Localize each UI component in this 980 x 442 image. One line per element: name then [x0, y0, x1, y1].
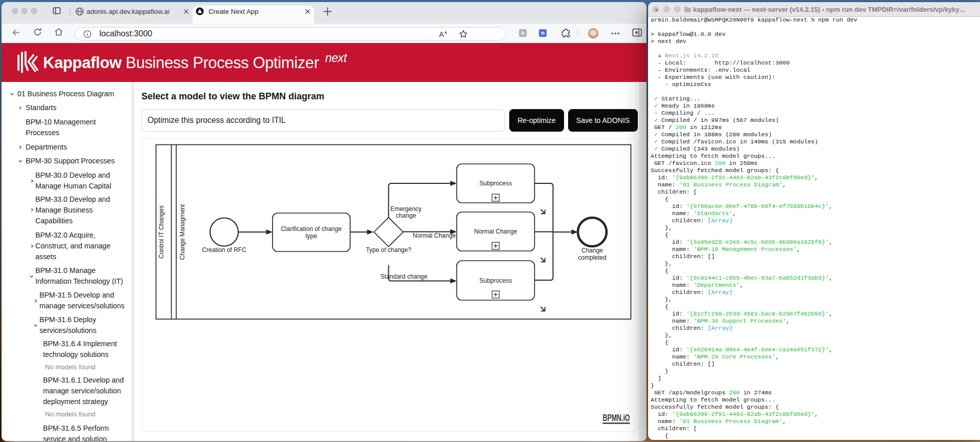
- svg-text:Clarification of change: Clarification of change: [281, 225, 342, 233]
- svg-text:Normal Change: Normal Change: [474, 228, 517, 235]
- svg-text:Creation of RFC: Creation of RFC: [202, 246, 246, 254]
- svg-text:Change Managment: Change Managment: [179, 204, 186, 260]
- svg-text:Subprocess: Subprocess: [479, 180, 512, 187]
- svg-text:Subprocess: Subprocess: [479, 277, 512, 284]
- svg-text:type: type: [305, 233, 317, 240]
- svg-text:Change: Change: [581, 247, 603, 254]
- svg-text:Standard change: Standard change: [381, 273, 428, 280]
- svg-text:change: change: [396, 212, 416, 219]
- svg-text:BPMN.iO: BPMN.iO: [603, 413, 630, 423]
- svg-text:completed: completed: [578, 254, 606, 261]
- svg-text:A: A: [439, 30, 444, 38]
- svg-text:Type of change?: Type of change?: [366, 246, 411, 254]
- svg-text:Control IT Changes: Control IT Changes: [158, 205, 165, 259]
- svg-text:Emergency: Emergency: [390, 205, 422, 213]
- svg-text:Normal Change: Normal Change: [412, 232, 455, 239]
